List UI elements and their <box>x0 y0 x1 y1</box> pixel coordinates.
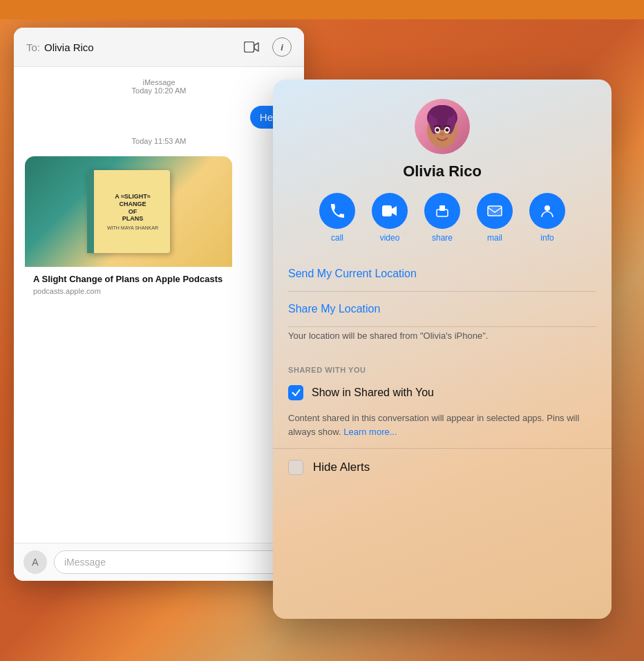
call-icon <box>330 203 345 218</box>
call-action[interactable]: call <box>319 193 355 243</box>
send-location-button[interactable]: Send My Current Location <box>288 257 596 291</box>
podcast-image: A ≈SLIGHT≈ CHANGE OF PLANS WITH MAYA SHA… <box>25 156 232 267</box>
info-panel: Olivia Rico call video <box>273 80 612 619</box>
share-label: share <box>432 233 453 243</box>
call-label: call <box>331 233 343 243</box>
book-title-line4: PLANS <box>122 215 144 223</box>
messages-to: To: Olivia Rico <box>26 41 94 53</box>
mail-action[interactable]: mail <box>477 193 513 243</box>
info-button[interactable]: i <box>272 37 292 57</box>
timestamp1: iMessage Today 10:20 AM <box>25 78 293 95</box>
hide-alerts-checkbox[interactable] <box>288 460 303 475</box>
svg-point-15 <box>544 205 550 211</box>
share-icon-circle <box>424 193 460 229</box>
menu-bar <box>0 0 644 19</box>
svg-rect-11 <box>382 205 392 216</box>
podcast-source: podcasts.apple.com <box>33 287 224 295</box>
share-action[interactable]: share <box>424 193 460 243</box>
call-icon-circle <box>319 193 355 229</box>
video-call-button[interactable] <box>242 37 261 57</box>
shared-with-you-header: SHARED WITH YOU <box>288 353 596 381</box>
video-icon-circle <box>372 193 408 229</box>
podcast-book-cover: A ≈SLIGHT≈ CHANGE OF PLANS WITH MAYA SHA… <box>87 170 170 253</box>
app-store-icon: A <box>32 557 38 568</box>
hide-alerts-label: Hide Alerts <box>313 460 370 474</box>
svg-point-9 <box>440 133 444 136</box>
book-title-line1: A ≈SLIGHT≈ <box>115 193 151 201</box>
book-subtitle: WITH MAYA SHANKAR <box>107 225 158 230</box>
show-shared-label: Show in Shared with You <box>312 387 434 399</box>
messages-footer: A iMessage <box>14 543 304 581</box>
memoji-svg <box>418 102 466 151</box>
timestamp2: Today 11:53 AM <box>25 137 293 145</box>
book-title-line3: OF <box>129 208 138 216</box>
person-icon <box>540 204 554 218</box>
panel-content: Send My Current Location Share My Locati… <box>273 257 612 443</box>
svg-point-8 <box>446 129 449 132</box>
svg-rect-0 <box>245 42 254 53</box>
learn-more-link[interactable]: Learn more... <box>343 427 397 437</box>
mail-icon-circle <box>477 193 513 229</box>
podcast-card[interactable]: A ≈SLIGHT≈ CHANGE OF PLANS WITH MAYA SHA… <box>25 156 232 302</box>
messages-window: To: Olivia Rico i iMessage Today 10:20 A… <box>14 28 304 581</box>
app-store-button[interactable]: A <box>23 550 47 574</box>
messages-header: To: Olivia Rico i <box>14 28 304 67</box>
video-action[interactable]: video <box>372 193 408 243</box>
video-icon <box>382 205 397 216</box>
input-placeholder: iMessage <box>64 557 106 568</box>
svg-point-7 <box>436 129 439 132</box>
shared-note: Content shared in this conversation will… <box>288 404 596 443</box>
contact-name-label: Olivia Rico <box>403 162 482 180</box>
book-title-line2: CHANGE <box>119 201 146 208</box>
info-person-circle <box>529 193 565 229</box>
podcast-info: A Slight Change of Plans on Apple Podcas… <box>25 267 232 302</box>
show-shared-checkbox[interactable] <box>288 385 303 400</box>
hide-alerts-section: Hide Alerts <box>273 448 612 486</box>
message-input[interactable]: iMessage <box>54 550 294 574</box>
video-label: video <box>380 233 400 243</box>
avatar <box>415 99 470 154</box>
avatar-section: Olivia Rico <box>403 99 482 180</box>
checkmark-icon <box>292 389 301 396</box>
share-icon <box>435 204 449 218</box>
action-buttons-row: call video share <box>319 193 565 243</box>
svg-rect-14 <box>488 206 502 216</box>
podcast-title: A Slight Change of Plans on Apple Podcas… <box>33 274 224 286</box>
svg-point-10 <box>430 105 455 119</box>
location-note: Your location will be shared from "Olivi… <box>288 327 596 353</box>
messages-body: iMessage Today 10:20 AM Hello Today 11:5… <box>14 67 304 313</box>
show-shared-row: Show in Shared with You <box>288 381 596 404</box>
info-label: info <box>540 233 553 243</box>
recipient-name: Olivia Rico <box>44 41 94 53</box>
message-bubble-row: Hello <box>25 106 293 129</box>
info-icon: i <box>281 42 283 53</box>
info-action[interactable]: info <box>529 193 565 243</box>
to-label: To: <box>26 41 40 53</box>
mail-label: mail <box>487 233 502 243</box>
mail-icon <box>487 205 502 216</box>
book-stripe <box>87 170 94 253</box>
header-icons: i <box>242 37 292 57</box>
share-location-button[interactable]: Share My Location <box>288 292 596 326</box>
